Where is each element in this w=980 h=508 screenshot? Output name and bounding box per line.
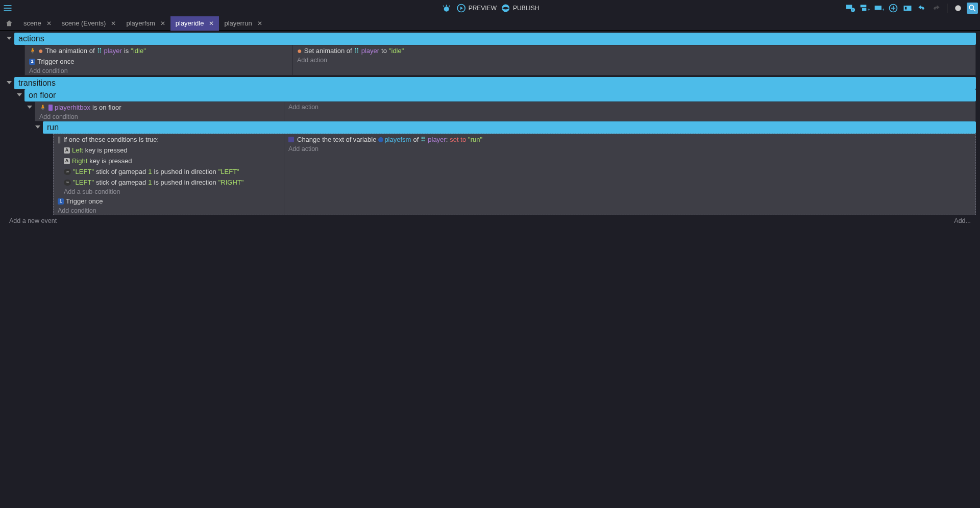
debug-icon[interactable] [441, 3, 452, 14]
variable-icon [288, 137, 294, 142]
svg-rect-14 [862, 8, 866, 11]
circle-icon[interactable] [952, 3, 964, 14]
svg-rect-4 [446, 5, 447, 6]
gamepad-icon: ∞ [64, 180, 71, 186]
toggle-event-icon[interactable] [902, 3, 913, 14]
group-transitions[interactable]: transitions [14, 77, 976, 89]
center-actions: PREVIEW PUBLISH [441, 3, 540, 14]
condition-line[interactable]: ∞ "LEFT" stick of gamepad 1 is pushed in… [54, 166, 284, 177]
collapse-caret[interactable] [4, 77, 14, 85]
right-toolbar: + + + [845, 3, 978, 14]
add-subevent-icon[interactable]: + [859, 3, 870, 14]
tab-scene[interactable]: scene✕ [18, 16, 57, 31]
add-condition-link[interactable]: Add condition [25, 67, 292, 75]
sprite-mini-icon: ⠿ [354, 46, 359, 55]
tab-label: playeridle [176, 19, 204, 27]
menu-button[interactable] [2, 3, 13, 14]
condition-line[interactable]: 🧍● The animation of ⠿ player is "idle" [25, 45, 292, 56]
preview-label: PREVIEW [469, 5, 497, 12]
add-action-link[interactable]: Add action [293, 56, 975, 64]
svg-marker-29 [27, 106, 32, 109]
tab-label: scene (Events) [62, 19, 106, 27]
svg-rect-13 [861, 5, 867, 7]
svg-marker-28 [17, 93, 22, 96]
svg-line-25 [973, 9, 975, 11]
gamepad-icon: ∞ [64, 169, 71, 175]
add-action-link[interactable]: Add action [284, 145, 975, 153]
svg-marker-26 [7, 37, 12, 40]
keyboard-icon: A [64, 158, 70, 164]
svg-rect-21 [904, 6, 912, 11]
condition-line[interactable]: A Right key is pressed [54, 156, 284, 166]
redo-icon[interactable] [930, 3, 942, 14]
condition-line[interactable]: 1 Trigger once [25, 56, 292, 67]
tab-playerfsm[interactable]: playerfsm✕ [121, 16, 170, 31]
svg-text:+: + [852, 8, 854, 12]
svg-rect-2 [4, 10, 12, 11]
svg-point-3 [444, 7, 449, 12]
close-icon[interactable]: ✕ [160, 20, 165, 27]
add-event-icon[interactable]: + [845, 3, 856, 14]
svg-rect-22 [905, 7, 906, 10]
action-line[interactable]: ● Set animation of ⠿ player to "idle" [293, 45, 975, 56]
add-action-link[interactable]: Add action [284, 102, 975, 111]
or-icon: ‖ [58, 135, 61, 144]
group-actions[interactable]: actions [14, 33, 976, 45]
divider [947, 4, 947, 13]
tab-playerrun[interactable]: playerrun✕ [219, 16, 267, 31]
home-tab[interactable] [4, 18, 14, 29]
var-badge-icon [378, 137, 383, 142]
tab-label: playerfsm [126, 19, 155, 27]
add-new-event-link[interactable]: Add a new event [9, 217, 57, 224]
tab-playeridle[interactable]: playeridle✕ [170, 16, 219, 31]
sprite-icon: 🧍 [29, 46, 36, 55]
undo-icon[interactable] [916, 3, 927, 14]
close-icon[interactable]: ✕ [46, 20, 52, 27]
svg-text:+: + [883, 7, 884, 12]
condition-line[interactable]: ∞ "LEFT" stick of gamepad 1 is pushed in… [54, 177, 284, 188]
add-more-link[interactable]: Add... [954, 217, 971, 224]
condition-line[interactable]: 1 Trigger once [54, 196, 284, 207]
svg-line-5 [443, 6, 444, 7]
trigger-once-icon: 1 [58, 198, 64, 205]
sprite-icon: 🧍 [39, 103, 46, 112]
group-run[interactable]: run [43, 121, 976, 134]
or-condition-header[interactable]: ‖ If one of these conditions is true: [54, 134, 284, 145]
tab-scene-events[interactable]: scene (Events)✕ [57, 16, 121, 31]
event-block[interactable]: 🧍● The animation of ⠿ player is "idle" 1… [24, 45, 976, 75]
add-comment-icon[interactable]: + [873, 3, 885, 14]
preview-button[interactable]: PREVIEW [456, 3, 497, 13]
close-icon[interactable]: ✕ [111, 20, 116, 27]
collapse-caret[interactable] [33, 121, 43, 130]
condition-line[interactable]: 🧍 playerhitbox is on floor [35, 102, 284, 113]
sprite-mini-icon: ⠿ [97, 46, 102, 55]
footer-row: Add a new event Add... [4, 215, 976, 226]
hitbox-icon [48, 105, 53, 111]
publish-button[interactable]: PUBLISH [501, 3, 539, 13]
add-circle-icon[interactable] [888, 3, 899, 14]
search-icon[interactable] [967, 3, 978, 14]
close-icon[interactable]: ✕ [209, 20, 214, 27]
collapse-caret[interactable] [4, 33, 14, 41]
event-block[interactable]: ‖ If one of these conditions is true: A … [53, 134, 976, 215]
svg-line-6 [449, 6, 450, 7]
close-icon[interactable]: ✕ [257, 20, 262, 27]
svg-rect-0 [4, 5, 12, 6]
event-block[interactable]: 🧍 playerhitbox is on floor Add condition… [35, 101, 976, 121]
trigger-once-icon: 1 [29, 59, 35, 65]
action-line[interactable]: Change the text of variable playefsm of … [284, 134, 975, 145]
orange-dot-icon: ● [297, 48, 302, 54]
orange-dot-icon: ● [38, 48, 43, 54]
add-condition-link[interactable]: Add condition [54, 207, 284, 215]
event-sheet: actions 🧍● The animation of ⠿ player is … [0, 31, 980, 231]
svg-marker-27 [7, 81, 12, 84]
collapse-caret[interactable] [24, 101, 35, 110]
condition-line[interactable]: A Left key is pressed [54, 145, 284, 156]
group-on-floor[interactable]: on floor [24, 89, 976, 101]
svg-text:+: + [868, 7, 870, 12]
svg-marker-8 [460, 7, 463, 10]
add-condition-link[interactable]: Add condition [35, 113, 284, 121]
svg-point-24 [969, 5, 973, 9]
collapse-caret[interactable] [14, 89, 24, 97]
add-subcondition-link[interactable]: Add a sub-condition [54, 188, 284, 196]
